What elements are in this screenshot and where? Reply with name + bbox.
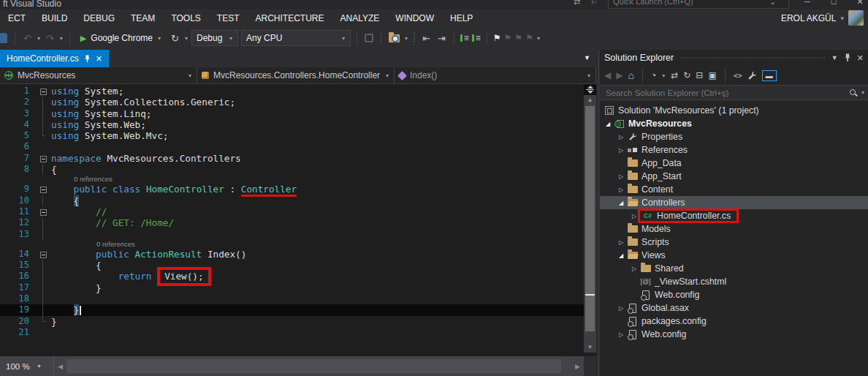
- fold-gutter[interactable]: [35, 130, 51, 141]
- tree-item-app-start[interactable]: ▷App_Start: [600, 170, 868, 183]
- code-line-16[interactable]: 16 return View();: [0, 271, 584, 282]
- collapsed-arrow-icon[interactable]: ▷: [616, 173, 626, 180]
- menu-ect[interactable]: ECT: [0, 11, 34, 26]
- save-all-icon[interactable]: [0, 33, 7, 43]
- pin-panel-icon[interactable]: [844, 53, 851, 62]
- undo-icon[interactable]: ↶: [21, 31, 34, 45]
- expanded-arrow-icon[interactable]: ◢: [603, 121, 613, 127]
- panel-splitter[interactable]: [596, 50, 599, 376]
- properties-wrench-icon[interactable]: [747, 71, 757, 80]
- code-line-4[interactable]: 4using System.Web;: [0, 119, 584, 130]
- code-line-6[interactable]: 6: [0, 141, 584, 152]
- tree-item-web-config[interactable]: Web.config: [600, 288, 868, 301]
- fold-gutter[interactable]: [35, 304, 51, 315]
- back-icon[interactable]: ◀: [604, 70, 611, 80]
- previous-bookmark-icon[interactable]: ⚑: [504, 33, 512, 43]
- menu-tools[interactable]: TOOLS: [163, 11, 208, 26]
- tree-item-controllers[interactable]: ◢Controllers: [600, 196, 868, 209]
- code-line-5[interactable]: 5using System.Web.Mvc;: [0, 130, 584, 141]
- split-editor-handle[interactable]: [584, 84, 596, 95]
- user-avatar[interactable]: [848, 10, 864, 26]
- search-input[interactable]: [600, 89, 849, 97]
- codelens-references[interactable]: 0 references: [0, 175, 584, 184]
- home-icon[interactable]: ⌂: [628, 69, 633, 81]
- tree-item-global-asax[interactable]: ▷Global.asax: [600, 301, 868, 315]
- platform-dropdown[interactable]: Any CPU ▾: [241, 30, 351, 46]
- code-lines[interactable]: 1using System;2using System.Collections.…: [0, 84, 584, 353]
- menu-team[interactable]: TEAM: [123, 11, 163, 26]
- collapsed-arrow-icon[interactable]: ▷: [616, 134, 626, 140]
- navigate-backward-icon[interactable]: ⇤: [420, 31, 433, 45]
- code-line-19[interactable]: 19 }: [0, 304, 584, 315]
- menu-debug[interactable]: DEBUG: [75, 11, 123, 26]
- codelens-references[interactable]: 0 references: [0, 240, 584, 249]
- collapsed-arrow-icon[interactable]: ▷: [616, 147, 626, 154]
- toolbar-overflow-icon[interactable]: ▾: [536, 35, 541, 42]
- code-line-8[interactable]: 8{: [0, 164, 584, 175]
- tree-item-viewstart-cshtml[interactable]: [@]_ViewStart.cshtml: [600, 275, 868, 288]
- fold-gutter[interactable]: [35, 195, 51, 206]
- scroll-up-icon[interactable]: ▲: [584, 95, 596, 105]
- code-line-2[interactable]: 2using System.Collections.Generic;: [0, 97, 584, 108]
- menu-window[interactable]: WINDOW: [387, 11, 442, 26]
- next-bookmark-icon[interactable]: ⚑: [514, 33, 522, 43]
- fold-gutter[interactable]: [35, 249, 51, 260]
- tab-homecontroller[interactable]: HomeController.cs ✕: [0, 50, 109, 67]
- horizontal-scrollbar-thumb[interactable]: [66, 359, 561, 373]
- filter-caret-icon[interactable]: ▾: [661, 72, 666, 79]
- close-button[interactable]: ✕: [852, 0, 868, 7]
- find-in-files-icon[interactable]: [389, 34, 400, 42]
- pin-tab-icon[interactable]: [84, 55, 91, 63]
- uncomment-lines-icon[interactable]: ≡: [472, 34, 481, 42]
- forward-icon[interactable]: ▶: [616, 70, 623, 80]
- fold-gutter[interactable]: [35, 316, 51, 327]
- toggle-bookmark-icon[interactable]: ⚑: [493, 33, 501, 43]
- restart-icon[interactable]: ↻: [169, 31, 181, 45]
- collapsed-arrow-icon[interactable]: ▷: [616, 239, 626, 246]
- search-options-caret-icon[interactable]: ▾: [861, 89, 868, 96]
- comment-lines-icon[interactable]: ≡: [460, 34, 469, 42]
- search-icon[interactable]: [849, 89, 858, 97]
- code-line-1[interactable]: 1using System;: [0, 86, 584, 97]
- code-line-3[interactable]: 3using System.Linq;: [0, 108, 584, 119]
- scrollbar-thumb[interactable]: [585, 106, 595, 331]
- menu-build[interactable]: BUILD: [34, 11, 75, 26]
- fold-gutter[interactable]: [35, 153, 51, 164]
- fold-gutter[interactable]: [35, 108, 51, 119]
- quick-launch-input[interactable]: [609, 0, 769, 6]
- tree-item-views[interactable]: ◢Views: [600, 249, 868, 262]
- feedback-arrows-icon[interactable]: ⇄: [574, 0, 580, 7]
- horizontal-scrollbar[interactable]: [66, 356, 571, 376]
- menu-help[interactable]: HELP: [442, 11, 481, 26]
- close-tab-icon[interactable]: ✕: [96, 54, 102, 64]
- collapse-all-icon[interactable]: ⊟: [696, 70, 703, 80]
- tree-item-mvcresources[interactable]: ◢MvcResources: [600, 117, 868, 130]
- tree-item-homecontroller-cs[interactable]: ▷C#HomeController.cs: [600, 209, 868, 222]
- document-list-caret-icon[interactable]: ▼: [584, 54, 590, 61]
- menu-architecture[interactable]: ARCHITECTURE: [248, 11, 332, 26]
- tree-item-shared[interactable]: ▷Shared: [600, 262, 868, 275]
- expanded-arrow-icon[interactable]: ◢: [616, 200, 626, 206]
- fold-gutter[interactable]: [35, 206, 51, 217]
- breadcrumb-type-dropdown[interactable]: MvcResources.Controllers.HomeController …: [197, 67, 395, 83]
- scroll-right-icon[interactable]: ▶: [571, 363, 584, 370]
- quick-launch-search-icon[interactable]: ⌄: [769, 0, 779, 7]
- fold-gutter[interactable]: [35, 217, 51, 228]
- fold-gutter[interactable]: [35, 164, 51, 175]
- code-line-7[interactable]: 7namespace MvcResources.Controllers: [0, 153, 584, 164]
- notifications-flag-icon[interactable]: ⚐: [590, 0, 598, 7]
- refresh-icon[interactable]: ↻: [683, 70, 690, 80]
- tree-item-web-config[interactable]: ▷Web.config: [600, 328, 868, 341]
- collapsed-arrow-icon[interactable]: ▷: [616, 331, 626, 338]
- fold-gutter[interactable]: [35, 293, 51, 304]
- solution-explorer-header[interactable]: Solution Explorer ▼ ✕: [600, 50, 868, 66]
- expanded-arrow-icon[interactable]: ◢: [616, 252, 626, 259]
- close-panel-icon[interactable]: ✕: [857, 53, 864, 63]
- clear-bookmarks-icon[interactable]: ⚑: [525, 33, 533, 43]
- window-position-caret-icon[interactable]: ▼: [831, 54, 838, 61]
- code-line-17[interactable]: 17 }: [0, 282, 584, 293]
- start-debug-button[interactable]: ▶ Google Chrome ▾: [76, 31, 166, 45]
- restart-caret-icon[interactable]: ▾: [184, 35, 189, 42]
- redo-icon[interactable]: ↷: [44, 31, 56, 45]
- scroll-down-icon[interactable]: ▼: [584, 342, 596, 353]
